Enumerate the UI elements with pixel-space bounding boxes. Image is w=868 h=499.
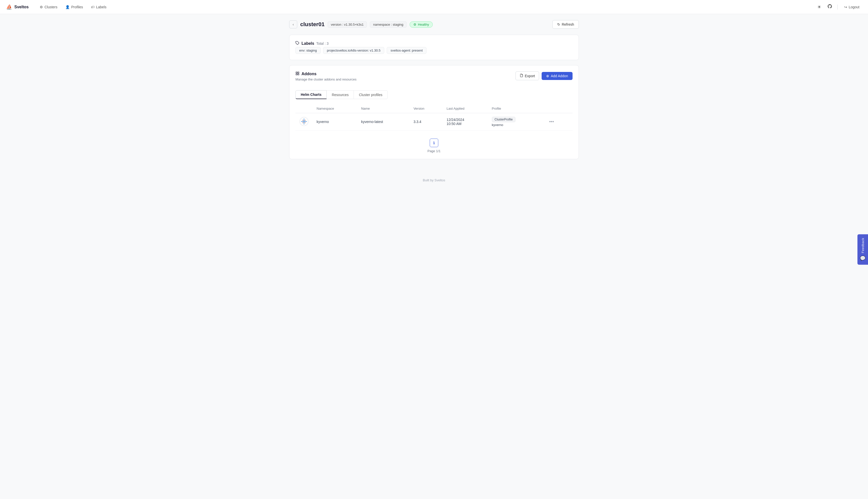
addons-icon: [296, 71, 299, 76]
table-row: kyvernokyverno-latest3.3.412/24/202410:5…: [296, 113, 572, 131]
cell-name: kyverno-latest: [357, 113, 409, 131]
labels-card: Labels Total : 3 env: stagingprojectsvel…: [289, 35, 579, 60]
export-label: Export: [525, 74, 535, 78]
profile-name: kyverno: [492, 123, 539, 127]
refresh-label: Refresh: [562, 22, 574, 26]
col-profile: Profile: [488, 104, 543, 113]
pagination: 1 Page 1/1: [296, 138, 572, 153]
page-1-button[interactable]: 1: [430, 138, 438, 147]
addons-title: Addons: [296, 71, 516, 76]
row-more-button[interactable]: •••: [547, 118, 556, 125]
col-icon: [296, 104, 312, 113]
addons-subtitle: Manage the cluster addons and resources: [296, 77, 516, 81]
healthy-label: Healthy: [418, 23, 429, 26]
brand-name: Sveltos: [14, 5, 29, 9]
labels-icon: [296, 41, 299, 46]
export-icon: [520, 74, 523, 78]
addons-card: Addons Manage the cluster addons and res…: [289, 65, 579, 159]
helm-icon-cell: [296, 113, 312, 131]
footer: Built by Sveltos: [0, 170, 868, 190]
main-content: ‹ cluster01 version : v1.30.5+k3s1 names…: [283, 14, 585, 170]
logout-label: Logout: [848, 5, 859, 9]
table-header-row: Namespace Name Version Last Applied Prof…: [296, 104, 572, 113]
col-namespace: Namespace: [312, 104, 357, 113]
nav-link-labels[interactable]: 🏷 Labels: [88, 3, 109, 11]
page-info: Page 1/1: [427, 149, 441, 153]
profiles-icon: 👤: [65, 5, 70, 9]
brand-logo[interactable]: ⛵ Sveltos: [6, 4, 29, 10]
add-addon-label: Add Addon: [551, 74, 568, 78]
svg-rect-2: [298, 72, 299, 73]
sun-icon: ☀: [817, 4, 821, 10]
footer-text: Built by Sveltos: [423, 178, 445, 182]
labels-title: Labels Total : 3: [296, 41, 572, 46]
nav-divider: [837, 4, 838, 10]
svg-rect-1: [296, 72, 297, 73]
theme-toggle-button[interactable]: ☀: [816, 3, 822, 11]
profile-badge: ClusterProfile: [492, 117, 516, 122]
healthy-status-badge: ⚙ Healthy: [410, 21, 433, 28]
logout-icon: ↪: [844, 5, 847, 9]
namespace-badge: namespace : staging: [370, 21, 407, 28]
github-icon: [827, 5, 832, 10]
svg-point-15: [303, 121, 305, 122]
back-button[interactable]: ‹: [289, 20, 297, 28]
col-last-applied: Last Applied: [443, 104, 488, 113]
back-chevron-icon: ‹: [293, 22, 294, 26]
labels-total: Total : 3: [316, 41, 328, 46]
col-version: Version: [409, 104, 443, 113]
sveltos-logo-icon: ⛵: [6, 4, 12, 10]
add-addon-button[interactable]: ⊕ Add Addon: [542, 72, 572, 80]
tab-cluster-profiles[interactable]: Cluster profiles: [354, 90, 387, 99]
labels-list: env: stagingprojectsveltos.io/k8s-versio…: [296, 47, 572, 54]
refresh-icon: ↻: [557, 22, 560, 26]
cell-version: 3.3.4: [409, 113, 443, 131]
col-name: Name: [357, 104, 409, 113]
labels-nav-label: Labels: [96, 5, 107, 9]
cell-actions: •••: [543, 113, 572, 131]
version-badge: version : v1.30.5+k3s1: [327, 21, 367, 28]
plus-icon: ⊕: [546, 74, 549, 78]
svg-rect-3: [298, 74, 299, 75]
nav-link-clusters[interactable]: ⚙ Clusters: [37, 3, 60, 11]
cell-namespace: kyverno: [312, 113, 357, 131]
label-tag: projectsveltos.io/k8s-version: v1.30.5: [323, 47, 384, 54]
navbar: ⛵ Sveltos ⚙ Clusters 👤 Profiles 🏷 Labels…: [0, 0, 868, 14]
cluster-name: cluster01: [300, 21, 325, 28]
health-icon: ⚙: [413, 23, 417, 26]
nav-link-profiles[interactable]: 👤 Profiles: [62, 3, 86, 11]
addons-header: Addons Manage the cluster addons and res…: [296, 71, 572, 85]
navbar-actions: ☀ ↪ Logout: [816, 3, 862, 11]
labels-nav-icon: 🏷: [91, 5, 95, 9]
svg-point-18: [301, 121, 302, 122]
profiles-label: Profiles: [71, 5, 83, 9]
label-tag: env: staging: [296, 47, 321, 54]
addons-header-right: Export ⊕ Add Addon: [516, 71, 572, 80]
navbar-links: ⚙ Clusters 👤 Profiles 🏷 Labels: [37, 3, 808, 11]
tab-helm-charts[interactable]: Helm Charts: [296, 90, 327, 99]
github-link-button[interactable]: [826, 3, 833, 11]
export-button[interactable]: Export: [516, 71, 539, 80]
addons-tabs: Helm ChartsResourcesCluster profiles: [296, 90, 572, 99]
cluster-header: ‹ cluster01 version : v1.30.5+k3s1 names…: [289, 20, 579, 29]
cell-last-applied: 12/24/202410:50 AM: [443, 113, 488, 131]
tab-resources[interactable]: Resources: [326, 90, 354, 99]
clusters-label: Clusters: [45, 5, 57, 9]
logout-button[interactable]: ↪ Logout: [842, 3, 862, 11]
addons-header-left: Addons Manage the cluster addons and res…: [296, 71, 516, 85]
svg-point-19: [306, 121, 307, 122]
svg-point-17: [304, 123, 305, 124]
helm-charts-table: Namespace Name Version Last Applied Prof…: [296, 104, 572, 131]
refresh-button[interactable]: ↻ Refresh: [553, 20, 579, 29]
label-tag: sveltos-agent: present: [387, 47, 426, 54]
clusters-icon: ⚙: [40, 5, 43, 9]
svg-point-16: [304, 119, 305, 119]
cell-profile: ClusterProfilekyverno: [488, 113, 543, 131]
svg-rect-4: [296, 74, 297, 75]
col-actions: [543, 104, 572, 113]
